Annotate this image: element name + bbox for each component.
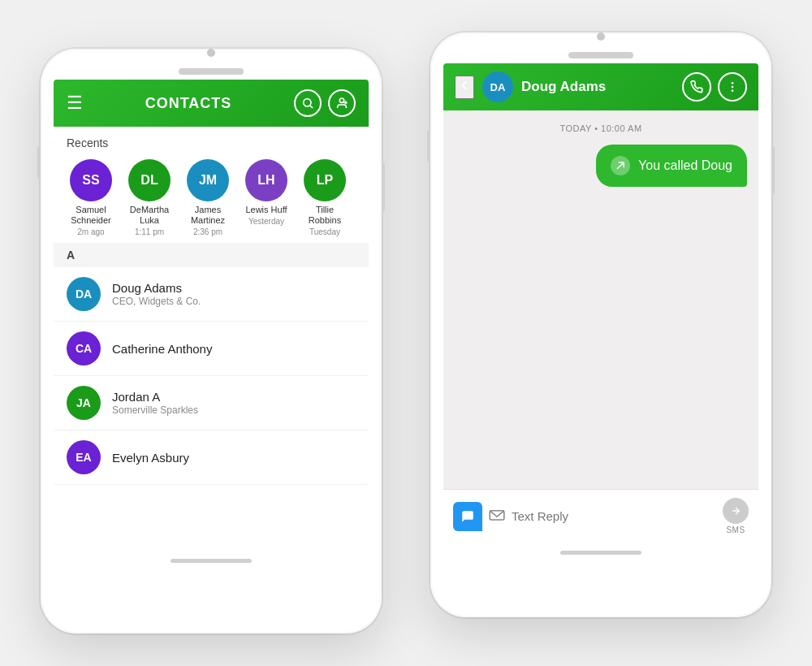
- contact-name: Catherine Anthony: [112, 342, 212, 356]
- recent-item[interactable]: LP Tillie Robbins Tuesday: [300, 159, 349, 236]
- recent-name: Tillie Robbins: [300, 205, 349, 226]
- contact-avatar: CA: [67, 331, 101, 365]
- contact-avatar: DA: [67, 277, 101, 311]
- chat-contact-name: Doug Adams: [521, 79, 674, 95]
- send-button[interactable]: [723, 498, 749, 524]
- chat-body: TODAY • 10:00 AM You called Doug: [443, 110, 758, 489]
- search-button[interactable]: [294, 89, 322, 117]
- contact-sub: Somerville Sparkles: [112, 404, 198, 416]
- right-phone: DA Doug Adams TODA: [430, 32, 771, 617]
- more-options-button[interactable]: [718, 72, 747, 102]
- recents-list: SS Samuel Schneider 2m ago DL DeMartha L…: [67, 159, 356, 236]
- contact-info: Evelyn Asbury: [112, 451, 189, 465]
- svg-point-2: [339, 98, 343, 102]
- speaker-left: [179, 68, 244, 75]
- home-bar-left: [171, 559, 252, 563]
- avatar: JM: [187, 159, 229, 201]
- recent-name: Lewis Huff: [245, 205, 287, 215]
- alpha-letter: A: [67, 249, 75, 262]
- recents-label: Recents: [67, 136, 356, 149]
- recent-item[interactable]: JM James Martinez 2:36 pm: [184, 159, 232, 236]
- sms-icon-area: [489, 510, 505, 523]
- call-icon-bubble: [611, 156, 630, 175]
- svg-line-1: [310, 106, 313, 108]
- recent-name: DeMartha Luka: [125, 205, 174, 226]
- left-screen: ☰ CONTACTS: [54, 80, 369, 551]
- camera-left: [207, 49, 215, 57]
- contact-item-ca[interactable]: CA Catherine Anthony: [54, 322, 369, 376]
- avatar: LH: [245, 159, 287, 201]
- chat-header-icons: [682, 72, 747, 102]
- avatar: DL: [128, 159, 171, 201]
- alpha-section: A: [54, 243, 369, 267]
- header-icons: [294, 89, 356, 117]
- recent-item[interactable]: SS Samuel Schneider 2m ago: [67, 159, 115, 236]
- back-button[interactable]: [455, 76, 474, 99]
- recent-name: James Martinez: [184, 205, 232, 226]
- chat-contact-avatar: DA: [482, 71, 513, 102]
- home-bar-right: [560, 551, 641, 555]
- svg-point-7: [732, 89, 734, 92]
- svg-point-6: [732, 86, 734, 89]
- avatar: LP: [304, 159, 346, 201]
- bubble-text: You called Doug: [638, 158, 732, 173]
- recent-time: 2m ago: [77, 227, 104, 236]
- contact-item-ea[interactable]: EA Evelyn Asbury: [54, 430, 369, 485]
- contact-item-ja[interactable]: JA Jordan A Somerville Sparkles: [54, 376, 369, 430]
- text-reply-input[interactable]: [512, 509, 716, 523]
- contact-name: Jordan A: [112, 390, 198, 404]
- recent-time: Tuesday: [309, 227, 340, 236]
- contacts-header: ☰ CONTACTS: [54, 80, 369, 127]
- contact-info: Doug Adams CEO, Widgets & Co.: [112, 281, 201, 307]
- contact-name: Doug Adams: [112, 281, 201, 295]
- avatar: SS: [70, 159, 112, 201]
- sms-label: SMS: [726, 525, 745, 534]
- chat-tab-icon[interactable]: [453, 502, 482, 531]
- recent-item[interactable]: LH Lewis Huff Yesterday: [242, 159, 291, 236]
- left-phone: ☰ CONTACTS: [41, 49, 382, 634]
- chat-timestamp: TODAY • 10:00 AM: [455, 123, 747, 133]
- chat-input-area: SMS: [443, 489, 758, 543]
- recent-time: Yesterday: [248, 217, 284, 226]
- contact-sub: CEO, Widgets & Co.: [112, 296, 201, 307]
- chat-bubble: You called Doug: [596, 145, 747, 187]
- speaker-right: [568, 52, 633, 58]
- phones-container: ☰ CONTACTS: [41, 16, 771, 650]
- svg-point-0: [304, 99, 311, 106]
- contact-info: Jordan A Somerville Sparkles: [112, 390, 198, 416]
- call-button[interactable]: [682, 72, 711, 102]
- contact-avatar: JA: [67, 386, 101, 420]
- recent-time: 1:11 pm: [135, 227, 164, 236]
- recent-name: Samuel Schneider: [67, 205, 115, 226]
- contact-info: Catherine Anthony: [112, 342, 212, 356]
- contact-item-da[interactable]: DA Doug Adams CEO, Widgets & Co.: [54, 267, 369, 322]
- svg-line-8: [617, 162, 624, 169]
- right-screen: DA Doug Adams TODA: [443, 63, 758, 543]
- recent-item[interactable]: DL DeMartha Luka 1:11 pm: [125, 159, 174, 236]
- contact-name: Evelyn Asbury: [112, 451, 189, 465]
- chat-header: DA Doug Adams: [443, 63, 758, 110]
- recent-time: 2:36 pm: [193, 227, 222, 236]
- svg-point-5: [732, 82, 734, 84]
- camera-right: [597, 32, 605, 41]
- add-contact-button[interactable]: [328, 89, 356, 117]
- menu-icon[interactable]: ☰: [67, 93, 83, 114]
- contacts-title: CONTACTS: [145, 95, 232, 112]
- contact-avatar: EA: [67, 440, 101, 474]
- recents-section: Recents SS Samuel Schneider 2m ago DL De…: [54, 127, 369, 243]
